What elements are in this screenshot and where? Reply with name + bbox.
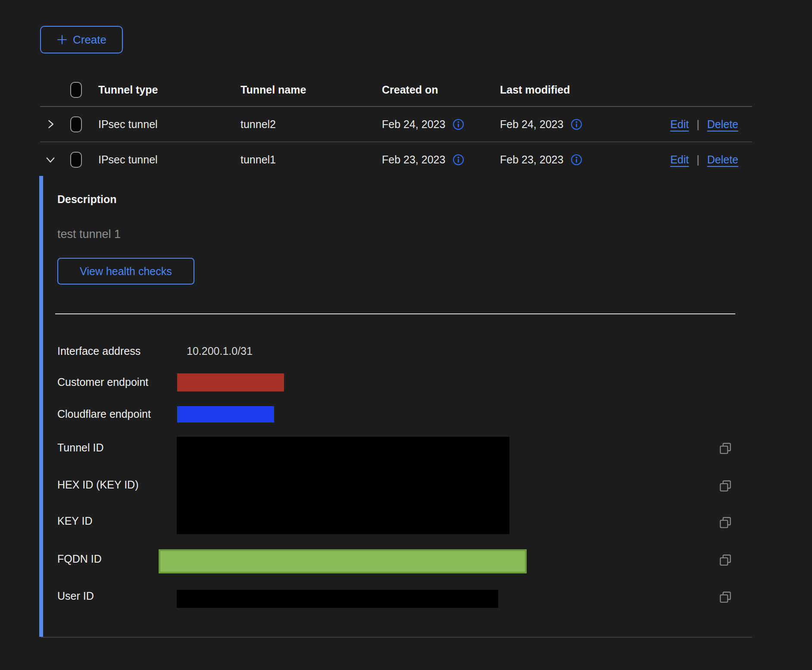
description-label: Description (57, 193, 117, 206)
fqdn-id-label: FQDN ID (57, 553, 102, 565)
cell-last-modified: Feb 24, 2023 (500, 118, 563, 131)
table-row: IPsec tunnel tunnel1 Feb 23, 2023 Feb 23… (40, 142, 752, 177)
hex-id-label: HEX ID (KEY ID) (57, 479, 138, 491)
edit-link[interactable]: Edit (670, 118, 689, 131)
tunnel-id-label: Tunnel ID (57, 441, 103, 454)
chevron-down-icon (44, 153, 56, 166)
collapse-row-button[interactable] (40, 153, 70, 166)
cell-tunnel-type: IPsec tunnel (98, 118, 240, 131)
plus-icon (56, 34, 68, 45)
description-value: test tunnel 1 (57, 228, 121, 241)
tunnel-table: Tunnel type Tunnel name Created on Last … (40, 73, 752, 177)
key-id-label: KEY ID (57, 515, 93, 527)
interface-address-label: Interface address (57, 345, 141, 357)
select-all-checkbox[interactable] (70, 82, 82, 98)
expanded-panel-bottom-border (41, 637, 752, 638)
table-header-row: Tunnel type Tunnel name Created on Last … (40, 73, 752, 107)
column-header-tunnel-type: Tunnel type (98, 84, 240, 96)
cell-tunnel-type: IPsec tunnel (98, 153, 240, 166)
copy-key-id-button[interactable] (718, 515, 734, 530)
column-header-tunnel-name: Tunnel name (240, 84, 382, 96)
column-header-last-modified: Last modified (500, 84, 621, 96)
customer-endpoint-label: Customer endpoint (57, 376, 148, 388)
info-icon[interactable] (452, 118, 465, 131)
interface-address-value: 10.200.1.0/31 (187, 345, 253, 357)
copy-hex-id-button[interactable] (718, 478, 734, 494)
delete-link[interactable]: Delete (707, 118, 738, 131)
cloudflare-endpoint-redacted-value (177, 406, 274, 423)
cell-tunnel-name: tunnel2 (240, 118, 382, 131)
copy-icon (718, 553, 734, 567)
action-separator: | (696, 118, 700, 131)
copy-fqdn-id-button[interactable] (718, 552, 734, 568)
copy-tunnel-id-button[interactable] (718, 441, 734, 456)
create-button-label: Create (73, 33, 106, 47)
action-separator: | (696, 153, 700, 166)
customer-endpoint-redacted-value (177, 373, 284, 391)
view-health-checks-button[interactable]: View health checks (57, 258, 194, 285)
delete-link[interactable]: Delete (707, 153, 738, 166)
panel-divider (55, 313, 735, 314)
copy-icon (718, 441, 734, 456)
column-header-created-on: Created on (382, 84, 500, 96)
ids-redacted-block (177, 437, 509, 534)
copy-icon (718, 515, 734, 530)
user-id-redacted-value (177, 590, 498, 608)
fqdn-id-redacted-value (159, 549, 527, 573)
edit-link[interactable]: Edit (670, 153, 689, 166)
chevron-right-icon (44, 118, 56, 130)
cell-created-on: Feb 23, 2023 (382, 153, 445, 166)
row-checkbox[interactable] (70, 116, 82, 132)
copy-icon (718, 590, 734, 604)
cloudflare-endpoint-label: Cloudflare endpoint (57, 408, 151, 420)
info-icon[interactable] (570, 153, 583, 166)
copy-icon (718, 479, 734, 493)
table-row: IPsec tunnel tunnel2 Feb 24, 2023 Feb 24… (40, 107, 752, 142)
cell-created-on: Feb 24, 2023 (382, 118, 445, 131)
info-icon[interactable] (570, 118, 583, 131)
expand-row-button[interactable] (40, 118, 70, 130)
cell-last-modified: Feb 23, 2023 (500, 153, 563, 166)
info-icon[interactable] (452, 153, 465, 166)
expanded-row-accent-bar (39, 176, 43, 637)
row-checkbox[interactable] (70, 152, 82, 168)
create-button[interactable]: Create (40, 26, 123, 53)
tunnels-page: Create Tunnel type Tunnel name Created o… (0, 0, 812, 670)
user-id-label: User ID (57, 590, 94, 602)
copy-user-id-button[interactable] (718, 589, 734, 605)
cell-tunnel-name: tunnel1 (240, 153, 382, 166)
